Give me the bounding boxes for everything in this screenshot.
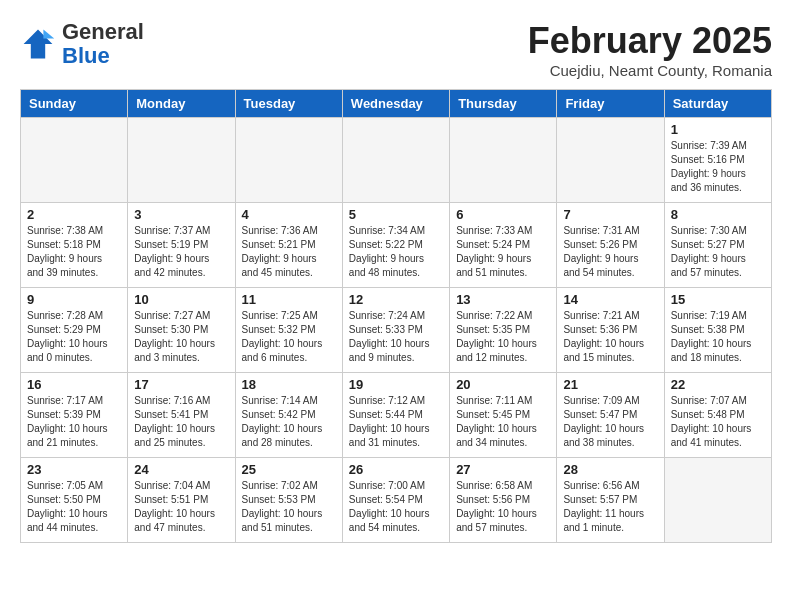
day-info: Sunrise: 7:16 AM Sunset: 5:41 PM Dayligh…	[134, 394, 228, 450]
day-info: Sunrise: 7:37 AM Sunset: 5:19 PM Dayligh…	[134, 224, 228, 280]
calendar-cell: 2Sunrise: 7:38 AM Sunset: 5:18 PM Daylig…	[21, 203, 128, 288]
page-header: General Blue February 2025 Cuejdiu, Neam…	[20, 20, 772, 79]
calendar-cell: 21Sunrise: 7:09 AM Sunset: 5:47 PM Dayli…	[557, 373, 664, 458]
calendar-cell: 9Sunrise: 7:28 AM Sunset: 5:29 PM Daylig…	[21, 288, 128, 373]
calendar-cell: 1Sunrise: 7:39 AM Sunset: 5:16 PM Daylig…	[664, 118, 771, 203]
day-number: 22	[671, 377, 765, 392]
calendar-cell	[21, 118, 128, 203]
calendar-week-row: 23Sunrise: 7:05 AM Sunset: 5:50 PM Dayli…	[21, 458, 772, 543]
day-number: 25	[242, 462, 336, 477]
calendar-cell: 19Sunrise: 7:12 AM Sunset: 5:44 PM Dayli…	[342, 373, 449, 458]
day-info: Sunrise: 6:56 AM Sunset: 5:57 PM Dayligh…	[563, 479, 657, 535]
calendar-cell: 5Sunrise: 7:34 AM Sunset: 5:22 PM Daylig…	[342, 203, 449, 288]
day-number: 5	[349, 207, 443, 222]
calendar-cell	[235, 118, 342, 203]
calendar-week-row: 16Sunrise: 7:17 AM Sunset: 5:39 PM Dayli…	[21, 373, 772, 458]
day-number: 11	[242, 292, 336, 307]
title-block: February 2025 Cuejdiu, Neamt County, Rom…	[528, 20, 772, 79]
calendar-cell	[128, 118, 235, 203]
calendar-cell: 14Sunrise: 7:21 AM Sunset: 5:36 PM Dayli…	[557, 288, 664, 373]
calendar-cell	[450, 118, 557, 203]
calendar-cell: 23Sunrise: 7:05 AM Sunset: 5:50 PM Dayli…	[21, 458, 128, 543]
calendar-cell: 22Sunrise: 7:07 AM Sunset: 5:48 PM Dayli…	[664, 373, 771, 458]
day-info: Sunrise: 7:17 AM Sunset: 5:39 PM Dayligh…	[27, 394, 121, 450]
calendar-cell: 20Sunrise: 7:11 AM Sunset: 5:45 PM Dayli…	[450, 373, 557, 458]
day-info: Sunrise: 6:58 AM Sunset: 5:56 PM Dayligh…	[456, 479, 550, 535]
weekday-header-monday: Monday	[128, 90, 235, 118]
day-number: 20	[456, 377, 550, 392]
day-number: 13	[456, 292, 550, 307]
calendar-cell: 16Sunrise: 7:17 AM Sunset: 5:39 PM Dayli…	[21, 373, 128, 458]
logo: General Blue	[20, 20, 144, 68]
day-info: Sunrise: 7:36 AM Sunset: 5:21 PM Dayligh…	[242, 224, 336, 280]
calendar-week-row: 1Sunrise: 7:39 AM Sunset: 5:16 PM Daylig…	[21, 118, 772, 203]
day-info: Sunrise: 7:25 AM Sunset: 5:32 PM Dayligh…	[242, 309, 336, 365]
day-number: 12	[349, 292, 443, 307]
weekday-header-tuesday: Tuesday	[235, 90, 342, 118]
day-number: 26	[349, 462, 443, 477]
calendar-cell: 11Sunrise: 7:25 AM Sunset: 5:32 PM Dayli…	[235, 288, 342, 373]
day-number: 28	[563, 462, 657, 477]
calendar-cell: 13Sunrise: 7:22 AM Sunset: 5:35 PM Dayli…	[450, 288, 557, 373]
calendar-cell: 25Sunrise: 7:02 AM Sunset: 5:53 PM Dayli…	[235, 458, 342, 543]
calendar-cell: 26Sunrise: 7:00 AM Sunset: 5:54 PM Dayli…	[342, 458, 449, 543]
calendar-cell: 6Sunrise: 7:33 AM Sunset: 5:24 PM Daylig…	[450, 203, 557, 288]
calendar-cell: 3Sunrise: 7:37 AM Sunset: 5:19 PM Daylig…	[128, 203, 235, 288]
day-info: Sunrise: 7:28 AM Sunset: 5:29 PM Dayligh…	[27, 309, 121, 365]
day-info: Sunrise: 7:04 AM Sunset: 5:51 PM Dayligh…	[134, 479, 228, 535]
day-info: Sunrise: 7:14 AM Sunset: 5:42 PM Dayligh…	[242, 394, 336, 450]
day-number: 19	[349, 377, 443, 392]
day-info: Sunrise: 7:02 AM Sunset: 5:53 PM Dayligh…	[242, 479, 336, 535]
logo-text: General Blue	[62, 20, 144, 68]
day-number: 18	[242, 377, 336, 392]
day-info: Sunrise: 7:11 AM Sunset: 5:45 PM Dayligh…	[456, 394, 550, 450]
day-number: 21	[563, 377, 657, 392]
calendar-cell: 4Sunrise: 7:36 AM Sunset: 5:21 PM Daylig…	[235, 203, 342, 288]
day-info: Sunrise: 7:27 AM Sunset: 5:30 PM Dayligh…	[134, 309, 228, 365]
weekday-header-friday: Friday	[557, 90, 664, 118]
day-number: 24	[134, 462, 228, 477]
day-number: 27	[456, 462, 550, 477]
svg-marker-1	[43, 30, 54, 39]
day-info: Sunrise: 7:19 AM Sunset: 5:38 PM Dayligh…	[671, 309, 765, 365]
calendar-week-row: 2Sunrise: 7:38 AM Sunset: 5:18 PM Daylig…	[21, 203, 772, 288]
day-info: Sunrise: 7:00 AM Sunset: 5:54 PM Dayligh…	[349, 479, 443, 535]
day-info: Sunrise: 7:09 AM Sunset: 5:47 PM Dayligh…	[563, 394, 657, 450]
day-number: 4	[242, 207, 336, 222]
day-number: 16	[27, 377, 121, 392]
day-number: 8	[671, 207, 765, 222]
location-subtitle: Cuejdiu, Neamt County, Romania	[528, 62, 772, 79]
logo-icon	[20, 26, 56, 62]
day-number: 3	[134, 207, 228, 222]
calendar-header-row: SundayMondayTuesdayWednesdayThursdayFrid…	[21, 90, 772, 118]
calendar-cell: 8Sunrise: 7:30 AM Sunset: 5:27 PM Daylig…	[664, 203, 771, 288]
calendar-week-row: 9Sunrise: 7:28 AM Sunset: 5:29 PM Daylig…	[21, 288, 772, 373]
calendar-cell	[664, 458, 771, 543]
day-number: 10	[134, 292, 228, 307]
calendar-cell: 24Sunrise: 7:04 AM Sunset: 5:51 PM Dayli…	[128, 458, 235, 543]
calendar-cell: 12Sunrise: 7:24 AM Sunset: 5:33 PM Dayli…	[342, 288, 449, 373]
day-info: Sunrise: 7:33 AM Sunset: 5:24 PM Dayligh…	[456, 224, 550, 280]
calendar-cell: 7Sunrise: 7:31 AM Sunset: 5:26 PM Daylig…	[557, 203, 664, 288]
day-number: 23	[27, 462, 121, 477]
day-number: 15	[671, 292, 765, 307]
month-title: February 2025	[528, 20, 772, 62]
weekday-header-sunday: Sunday	[21, 90, 128, 118]
calendar-cell: 18Sunrise: 7:14 AM Sunset: 5:42 PM Dayli…	[235, 373, 342, 458]
calendar-cell	[557, 118, 664, 203]
day-info: Sunrise: 7:31 AM Sunset: 5:26 PM Dayligh…	[563, 224, 657, 280]
day-info: Sunrise: 7:22 AM Sunset: 5:35 PM Dayligh…	[456, 309, 550, 365]
day-number: 14	[563, 292, 657, 307]
calendar-cell: 10Sunrise: 7:27 AM Sunset: 5:30 PM Dayli…	[128, 288, 235, 373]
day-number: 9	[27, 292, 121, 307]
day-number: 6	[456, 207, 550, 222]
day-number: 17	[134, 377, 228, 392]
calendar-table: SundayMondayTuesdayWednesdayThursdayFrid…	[20, 89, 772, 543]
day-info: Sunrise: 7:24 AM Sunset: 5:33 PM Dayligh…	[349, 309, 443, 365]
day-number: 2	[27, 207, 121, 222]
calendar-cell: 28Sunrise: 6:56 AM Sunset: 5:57 PM Dayli…	[557, 458, 664, 543]
weekday-header-thursday: Thursday	[450, 90, 557, 118]
weekday-header-saturday: Saturday	[664, 90, 771, 118]
calendar-cell	[342, 118, 449, 203]
day-info: Sunrise: 7:38 AM Sunset: 5:18 PM Dayligh…	[27, 224, 121, 280]
